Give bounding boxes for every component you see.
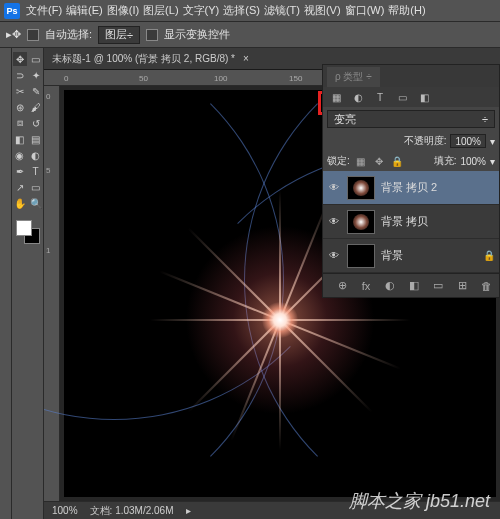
new-layer-icon[interactable]: ⊞ [455,279,469,293]
marquee-tool[interactable]: ▭ [29,52,43,66]
visibility-icon[interactable]: 👁 [327,215,341,229]
history-brush-tool[interactable]: ↺ [29,116,43,130]
lock-all-icon[interactable]: 🔒 [390,154,404,168]
menu-select[interactable]: 选择(S) [223,3,260,18]
path-tool[interactable]: ↗ [13,180,27,194]
menu-layer[interactable]: 图层(L) [143,3,178,18]
fx-icon[interactable]: fx [359,279,373,293]
panel-tab-kind[interactable]: ρ 类型 ÷ [327,67,380,87]
panel-tabs: ρ 类型 ÷ [323,65,499,87]
opacity-row: 不透明度: 100% ▾ [323,131,499,151]
left-gutter [0,48,12,519]
lock-pixels-icon[interactable]: ▦ [354,154,368,168]
color-swatch[interactable] [16,220,40,244]
blend-mode-dropdown[interactable]: 变亮÷ [327,110,495,128]
gradient-tool[interactable]: ▤ [29,132,43,146]
chevron-down-icon[interactable]: ▾ [490,136,495,147]
blur-tool[interactable]: ◉ [13,148,27,162]
move-tool[interactable]: ✥ [13,52,27,66]
brush-tool[interactable]: 🖌 [29,100,43,114]
hand-tool[interactable]: ✋ [13,196,27,210]
lock-row: 锁定: ▦ ✥ 🔒 填充: 100% ▾ [323,151,499,171]
group-icon[interactable]: ▭ [431,279,445,293]
lock-position-icon[interactable]: ✥ [372,154,386,168]
trash-icon[interactable]: 🗑 [479,279,493,293]
dodge-tool[interactable]: ◐ [29,148,43,162]
lock-icon: 🔒 [483,250,495,261]
filter-icons: ▦ ◐ T ▭ ◧ [323,87,499,107]
menubar: Ps 文件(F) 编辑(E) 图像(I) 图层(L) 文字(Y) 选择(S) 滤… [0,0,500,22]
link-layers-icon[interactable]: ⊕ [335,279,349,293]
layer-list: 👁 背景 拷贝 2 👁 背景 拷贝 👁 背景 🔒 [323,171,499,273]
visibility-icon[interactable]: 👁 [327,181,341,195]
toolbox: ✥▭ ⊃✦ ✂✎ ⊛🖌 ⧈↺ ◧▤ ◉◐ ✒T ↗▭ ✋🔍 [12,48,44,519]
wand-tool[interactable]: ✦ [29,68,43,82]
filter-adjust-icon[interactable]: ◐ [351,90,365,104]
layer-thumbnail[interactable] [347,244,375,268]
mask-icon[interactable]: ◐ [383,279,397,293]
layers-panel: ρ 类型 ÷ ▦ ◐ T ▭ ◧ 变亮÷ 不透明度: 100% ▾ 锁定: ▦ … [322,64,500,298]
pen-tool[interactable]: ✒ [13,164,27,178]
adjustment-icon[interactable]: ◧ [407,279,421,293]
eyedropper-tool[interactable]: ✎ [29,84,43,98]
layer-thumbnail[interactable] [347,210,375,234]
panel-footer: ⊕ fx ◐ ◧ ▭ ⊞ 🗑 [323,273,499,297]
layer-name[interactable]: 背景 拷贝 2 [381,180,437,195]
blend-row: 变亮÷ [323,107,499,131]
menu-help[interactable]: 帮助(H) [388,3,425,18]
menu-window[interactable]: 窗口(W) [345,3,385,18]
opacity-value[interactable]: 100% [450,134,486,148]
chevron-down-icon[interactable]: ▾ [490,156,495,167]
menu-view[interactable]: 视图(V) [304,3,341,18]
menu-type[interactable]: 文字(Y) [183,3,220,18]
filter-shape-icon[interactable]: ▭ [395,90,409,104]
stamp-tool[interactable]: ⧈ [13,116,27,130]
layer-row[interactable]: 👁 背景 拷贝 [323,205,499,239]
fill-value[interactable]: 100% [460,156,486,167]
layer-name[interactable]: 背景 [381,248,403,263]
blend-mode-value: 变亮 [334,112,356,127]
layer-row[interactable]: 👁 背景 🔒 [323,239,499,273]
auto-select-dropdown[interactable]: 图层 ÷ [98,26,140,44]
menu-filter[interactable]: 滤镜(T) [264,3,300,18]
type-tool[interactable]: T [29,164,43,178]
visibility-icon[interactable]: 👁 [327,249,341,263]
heal-tool[interactable]: ⊛ [13,100,27,114]
eraser-tool[interactable]: ◧ [13,132,27,146]
layer-row[interactable]: 👁 背景 拷贝 2 [323,171,499,205]
crop-tool[interactable]: ✂ [13,84,27,98]
lasso-tool[interactable]: ⊃ [13,68,27,82]
fill-label: 填充: [434,154,457,168]
filter-pixel-icon[interactable]: ▦ [329,90,343,104]
move-tool-icon: ▸✥ [6,28,21,41]
layer-name[interactable]: 背景 拷贝 [381,214,428,229]
menu-edit[interactable]: 编辑(E) [66,3,103,18]
filter-type-icon[interactable]: T [373,90,387,104]
layer-thumbnail[interactable] [347,176,375,200]
filter-smart-icon[interactable]: ◧ [417,90,431,104]
auto-select-checkbox[interactable] [27,29,39,41]
menu-file[interactable]: 文件(F) [26,3,62,18]
auto-select-label: 自动选择: [45,27,92,42]
lock-label: 锁定: [327,154,350,168]
opacity-label: 不透明度: [404,134,447,148]
app-logo: Ps [4,3,20,19]
options-bar: ▸✥ 自动选择: 图层 ÷ 显示变换控件 [0,22,500,48]
zoom-tool[interactable]: 🔍 [29,196,43,210]
show-transform-label: 显示变换控件 [164,27,230,42]
show-transform-checkbox[interactable] [146,29,158,41]
menu-image[interactable]: 图像(I) [107,3,139,18]
shape-tool[interactable]: ▭ [29,180,43,194]
